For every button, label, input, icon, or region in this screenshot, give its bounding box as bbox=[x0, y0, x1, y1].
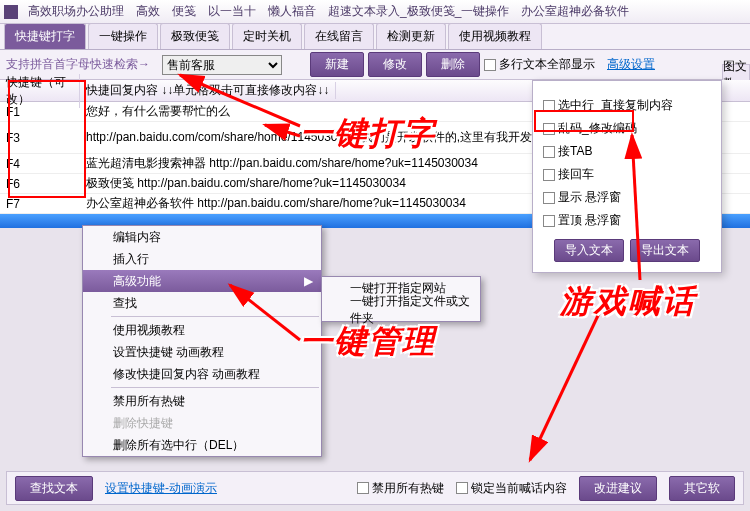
menu-set-hotkey[interactable]: 设置快捷键 动画教程 bbox=[83, 341, 321, 363]
chk-encoding[interactable]: 乱码_修改编码 bbox=[543, 120, 711, 137]
chk-tab[interactable]: 接TAB bbox=[543, 143, 711, 160]
col-content: 快捷回复内容 ↓↓单元格双击可直接修改内容↓↓ bbox=[80, 82, 336, 99]
delete-button[interactable]: 删除 bbox=[426, 52, 480, 77]
annotation-game: 游戏喊话 bbox=[560, 280, 696, 324]
chk-topmost[interactable]: 置顶 悬浮窗 bbox=[543, 212, 711, 229]
title-text: 超速文本录入_极致便笺_一键操作 bbox=[322, 3, 515, 20]
edit-button[interactable]: 修改 bbox=[368, 52, 422, 77]
advanced-settings-link[interactable]: 高级设置 bbox=[607, 56, 655, 73]
chevron-right-icon: ▶ bbox=[304, 274, 313, 288]
chk-label: 多行文本全部显示 bbox=[499, 56, 595, 73]
col-hotkey: 快捷键（可改） bbox=[0, 74, 80, 108]
title-bar: 高效职场办公助理 高效 便笺 以一当十 懒人福音 超速文本录入_极致便笺_一键操… bbox=[0, 0, 750, 24]
tab-notes[interactable]: 极致便笺 bbox=[160, 23, 230, 49]
chk-copy-content[interactable]: 选中行_直接复制内容 bbox=[543, 97, 711, 114]
category-select[interactable]: 售前客服 bbox=[162, 55, 282, 75]
search-help-text: 支持拼音首字母快速检索→ bbox=[6, 56, 158, 73]
menu-separator bbox=[111, 316, 319, 317]
title-text: 便笺 bbox=[166, 3, 202, 20]
menu-disable-all[interactable]: 禁用所有热键 bbox=[83, 390, 321, 412]
toolbar: 支持拼音首字母快速检索→ 售前客服 新建 修改 删除 多行文本全部显示 高级设置 bbox=[0, 50, 750, 80]
menu-insert[interactable]: 插入行 bbox=[83, 248, 321, 270]
chk-lock-content[interactable]: 锁定当前喊话内容 bbox=[456, 480, 567, 497]
menu-video-tutorial[interactable]: 使用视频教程 bbox=[83, 319, 321, 341]
bottom-bar: 查找文本 设置快捷键-动画演示 禁用所有热键 锁定当前喊话内容 改进建议 其它软 bbox=[6, 471, 744, 505]
other-software-button[interactable]: 其它软 bbox=[669, 476, 735, 501]
tab-video[interactable]: 使用视频教程 bbox=[448, 23, 542, 49]
tab-bar: 快捷键打字 一键操作 极致便笺 定时关机 在线留言 检测更新 使用视频教程 bbox=[0, 24, 750, 50]
title-text: 高效 bbox=[130, 3, 166, 20]
context-submenu: 一键打开指定网站 一键打开指定文件或文件夹 bbox=[321, 276, 481, 322]
chk-float[interactable]: 显示 悬浮窗 bbox=[543, 189, 711, 206]
context-menu: 编辑内容 插入行 高级功能▶ 查找 使用视频教程 设置快捷键 动画教程 修改快捷… bbox=[82, 225, 322, 457]
advanced-panel: 选中行_直接复制内容 乱码_修改编码 接TAB 接回车 显示 悬浮窗 置顶 悬浮… bbox=[532, 80, 722, 273]
tab-shutdown[interactable]: 定时关机 bbox=[232, 23, 302, 49]
feedback-button[interactable]: 改进建议 bbox=[579, 476, 657, 501]
import-button[interactable]: 导入文本 bbox=[554, 239, 624, 262]
menu-edit[interactable]: 编辑内容 bbox=[83, 226, 321, 248]
tab-hotkey-typing[interactable]: 快捷键打字 bbox=[4, 23, 86, 49]
menu-separator bbox=[111, 387, 319, 388]
tab-update[interactable]: 检测更新 bbox=[376, 23, 446, 49]
chk-disable-hotkeys[interactable]: 禁用所有热键 bbox=[357, 480, 444, 497]
submenu-open-file[interactable]: 一键打开指定文件或文件夹 bbox=[322, 299, 480, 321]
title-text: 以一当十 bbox=[202, 3, 262, 20]
find-text-button[interactable]: 查找文本 bbox=[15, 476, 93, 501]
menu-find[interactable]: 查找 bbox=[83, 292, 321, 314]
export-button[interactable]: 导出文本 bbox=[630, 239, 700, 262]
menu-delete-selected[interactable]: 删除所有选中行（DEL） bbox=[83, 434, 321, 456]
menu-delete-hotkey[interactable]: 删除快捷键 bbox=[83, 412, 321, 434]
menu-advanced[interactable]: 高级功能▶ bbox=[83, 270, 321, 292]
new-button[interactable]: 新建 bbox=[310, 52, 364, 77]
anim-demo-link[interactable]: 设置快捷键-动画演示 bbox=[105, 480, 217, 497]
tab-message[interactable]: 在线留言 bbox=[304, 23, 374, 49]
title-text: 高效职场办公助理 bbox=[22, 3, 130, 20]
tab-onekey[interactable]: 一键操作 bbox=[88, 23, 158, 49]
menu-edit-content[interactable]: 修改快捷回复内容 动画教程 bbox=[83, 363, 321, 385]
svg-line-4 bbox=[530, 290, 610, 460]
app-icon bbox=[4, 5, 18, 19]
chk-enter[interactable]: 接回车 bbox=[543, 166, 711, 183]
title-text: 懒人福音 bbox=[262, 3, 322, 20]
multiline-checkbox[interactable]: 多行文本全部显示 bbox=[484, 56, 595, 73]
title-text: 办公室超神必备软件 bbox=[515, 3, 635, 20]
